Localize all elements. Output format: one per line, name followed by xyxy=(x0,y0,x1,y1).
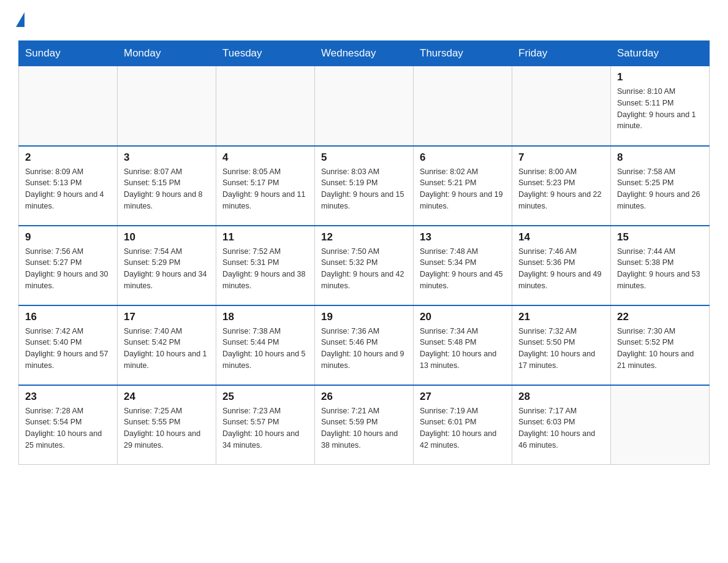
calendar-cell xyxy=(512,66,611,146)
calendar-cell: 17Sunrise: 7:40 AMSunset: 5:42 PMDayligh… xyxy=(118,305,216,385)
day-of-week-header: Tuesday xyxy=(216,41,315,66)
day-info: Sunrise: 7:36 AMSunset: 5:46 PMDaylight:… xyxy=(321,326,407,372)
day-info: Sunrise: 7:54 AMSunset: 5:29 PMDaylight:… xyxy=(124,246,210,292)
day-info: Sunrise: 7:25 AMSunset: 5:55 PMDaylight:… xyxy=(124,405,210,451)
calendar-cell xyxy=(315,66,414,146)
day-info: Sunrise: 7:23 AMSunset: 5:57 PMDaylight:… xyxy=(222,405,308,451)
day-number: 15 xyxy=(617,231,703,243)
day-info: Sunrise: 8:10 AMSunset: 5:11 PMDaylight:… xyxy=(617,86,703,132)
calendar-cell: 14Sunrise: 7:46 AMSunset: 5:36 PMDayligh… xyxy=(512,226,611,305)
day-of-week-header: Friday xyxy=(512,41,611,66)
calendar-cell: 25Sunrise: 7:23 AMSunset: 5:57 PMDayligh… xyxy=(216,385,315,465)
day-info: Sunrise: 8:03 AMSunset: 5:19 PMDaylight:… xyxy=(321,166,407,212)
day-number: 14 xyxy=(518,231,604,243)
logo xyxy=(18,12,25,29)
day-number: 5 xyxy=(321,151,407,164)
day-info: Sunrise: 7:44 AMSunset: 5:38 PMDaylight:… xyxy=(617,246,703,292)
day-number: 21 xyxy=(518,311,604,323)
day-number: 17 xyxy=(124,311,210,323)
day-info: Sunrise: 7:19 AMSunset: 6:01 PMDaylight:… xyxy=(420,405,506,451)
calendar-cell: 28Sunrise: 7:17 AMSunset: 6:03 PMDayligh… xyxy=(512,385,611,465)
calendar-cell: 20Sunrise: 7:34 AMSunset: 5:48 PMDayligh… xyxy=(414,305,512,385)
day-number: 2 xyxy=(25,151,111,164)
day-number: 13 xyxy=(420,231,506,243)
calendar-cell: 6Sunrise: 8:02 AMSunset: 5:21 PMDaylight… xyxy=(414,146,512,226)
day-number: 18 xyxy=(222,311,308,323)
calendar-cell: 24Sunrise: 7:25 AMSunset: 5:55 PMDayligh… xyxy=(118,385,216,465)
days-header-row: SundayMondayTuesdayWednesdayThursdayFrid… xyxy=(19,41,710,66)
calendar-cell: 16Sunrise: 7:42 AMSunset: 5:40 PMDayligh… xyxy=(19,305,118,385)
day-number: 10 xyxy=(124,231,210,243)
day-number: 16 xyxy=(25,311,111,323)
calendar-cell xyxy=(216,66,315,146)
day-info: Sunrise: 7:48 AMSunset: 5:34 PMDaylight:… xyxy=(420,246,506,292)
calendar-cell: 10Sunrise: 7:54 AMSunset: 5:29 PMDayligh… xyxy=(118,226,216,305)
day-number: 7 xyxy=(518,151,604,164)
calendar-week-row: 9Sunrise: 7:56 AMSunset: 5:27 PMDaylight… xyxy=(19,226,710,305)
calendar-cell: 8Sunrise: 7:58 AMSunset: 5:25 PMDaylight… xyxy=(611,146,710,226)
day-number: 19 xyxy=(321,311,407,323)
calendar-cell: 9Sunrise: 7:56 AMSunset: 5:27 PMDaylight… xyxy=(19,226,118,305)
calendar-cell: 2Sunrise: 8:09 AMSunset: 5:13 PMDaylight… xyxy=(19,146,118,226)
calendar-cell: 15Sunrise: 7:44 AMSunset: 5:38 PMDayligh… xyxy=(611,226,710,305)
day-number: 4 xyxy=(222,151,308,164)
calendar-table: SundayMondayTuesdayWednesdayThursdayFrid… xyxy=(18,40,710,465)
calendar-cell: 27Sunrise: 7:19 AMSunset: 6:01 PMDayligh… xyxy=(414,385,512,465)
calendar-cell: 26Sunrise: 7:21 AMSunset: 5:59 PMDayligh… xyxy=(315,385,414,465)
day-number: 27 xyxy=(420,391,506,403)
day-info: Sunrise: 7:32 AMSunset: 5:50 PMDaylight:… xyxy=(518,326,604,372)
day-info: Sunrise: 8:09 AMSunset: 5:13 PMDaylight:… xyxy=(25,166,111,212)
day-info: Sunrise: 7:40 AMSunset: 5:42 PMDaylight:… xyxy=(124,326,210,372)
day-number: 25 xyxy=(222,391,308,403)
day-info: Sunrise: 7:46 AMSunset: 5:36 PMDaylight:… xyxy=(518,246,604,292)
day-number: 3 xyxy=(124,151,210,164)
day-info: Sunrise: 7:56 AMSunset: 5:27 PMDaylight:… xyxy=(25,246,111,292)
calendar-week-row: 2Sunrise: 8:09 AMSunset: 5:13 PMDaylight… xyxy=(19,146,710,226)
calendar-cell: 11Sunrise: 7:52 AMSunset: 5:31 PMDayligh… xyxy=(216,226,315,305)
day-info: Sunrise: 7:30 AMSunset: 5:52 PMDaylight:… xyxy=(617,326,703,372)
day-info: Sunrise: 7:34 AMSunset: 5:48 PMDaylight:… xyxy=(420,326,506,372)
calendar-cell xyxy=(19,66,118,146)
page-header xyxy=(18,12,710,29)
calendar-cell xyxy=(414,66,512,146)
day-info: Sunrise: 8:02 AMSunset: 5:21 PMDaylight:… xyxy=(420,166,506,212)
day-number: 12 xyxy=(321,231,407,243)
calendar-cell: 22Sunrise: 7:30 AMSunset: 5:52 PMDayligh… xyxy=(611,305,710,385)
day-of-week-header: Thursday xyxy=(414,41,512,66)
day-number: 9 xyxy=(25,231,111,243)
day-number: 6 xyxy=(420,151,506,164)
calendar-cell: 4Sunrise: 8:05 AMSunset: 5:17 PMDaylight… xyxy=(216,146,315,226)
calendar-week-row: 1Sunrise: 8:10 AMSunset: 5:11 PMDaylight… xyxy=(19,66,710,146)
calendar-cell: 19Sunrise: 7:36 AMSunset: 5:46 PMDayligh… xyxy=(315,305,414,385)
calendar-cell: 7Sunrise: 8:00 AMSunset: 5:23 PMDaylight… xyxy=(512,146,611,226)
day-info: Sunrise: 8:05 AMSunset: 5:17 PMDaylight:… xyxy=(222,166,308,212)
day-info: Sunrise: 7:17 AMSunset: 6:03 PMDaylight:… xyxy=(518,405,604,451)
day-of-week-header: Wednesday xyxy=(315,41,414,66)
day-of-week-header: Saturday xyxy=(611,41,710,66)
calendar-cell: 3Sunrise: 8:07 AMSunset: 5:15 PMDaylight… xyxy=(118,146,216,226)
calendar-cell: 13Sunrise: 7:48 AMSunset: 5:34 PMDayligh… xyxy=(414,226,512,305)
day-number: 8 xyxy=(617,151,703,164)
day-info: Sunrise: 7:42 AMSunset: 5:40 PMDaylight:… xyxy=(25,326,111,372)
day-info: Sunrise: 7:58 AMSunset: 5:25 PMDaylight:… xyxy=(617,166,703,212)
day-info: Sunrise: 7:21 AMSunset: 5:59 PMDaylight:… xyxy=(321,405,407,451)
calendar-cell: 1Sunrise: 8:10 AMSunset: 5:11 PMDaylight… xyxy=(611,66,710,146)
calendar-cell: 12Sunrise: 7:50 AMSunset: 5:32 PMDayligh… xyxy=(315,226,414,305)
calendar-cell xyxy=(611,385,710,465)
day-info: Sunrise: 8:07 AMSunset: 5:15 PMDaylight:… xyxy=(124,166,210,212)
calendar-cell xyxy=(118,66,216,146)
logo-triangle-icon xyxy=(16,12,25,27)
calendar-cell: 18Sunrise: 7:38 AMSunset: 5:44 PMDayligh… xyxy=(216,305,315,385)
day-of-week-header: Monday xyxy=(118,41,216,66)
day-info: Sunrise: 8:00 AMSunset: 5:23 PMDaylight:… xyxy=(518,166,604,212)
day-info: Sunrise: 7:28 AMSunset: 5:54 PMDaylight:… xyxy=(25,405,111,451)
calendar-week-row: 16Sunrise: 7:42 AMSunset: 5:40 PMDayligh… xyxy=(19,305,710,385)
calendar-cell: 23Sunrise: 7:28 AMSunset: 5:54 PMDayligh… xyxy=(19,385,118,465)
day-info: Sunrise: 7:52 AMSunset: 5:31 PMDaylight:… xyxy=(222,246,308,292)
day-number: 26 xyxy=(321,391,407,403)
day-number: 20 xyxy=(420,311,506,323)
day-info: Sunrise: 7:38 AMSunset: 5:44 PMDaylight:… xyxy=(222,326,308,372)
calendar-cell: 21Sunrise: 7:32 AMSunset: 5:50 PMDayligh… xyxy=(512,305,611,385)
day-number: 24 xyxy=(124,391,210,403)
day-number: 11 xyxy=(222,231,308,243)
